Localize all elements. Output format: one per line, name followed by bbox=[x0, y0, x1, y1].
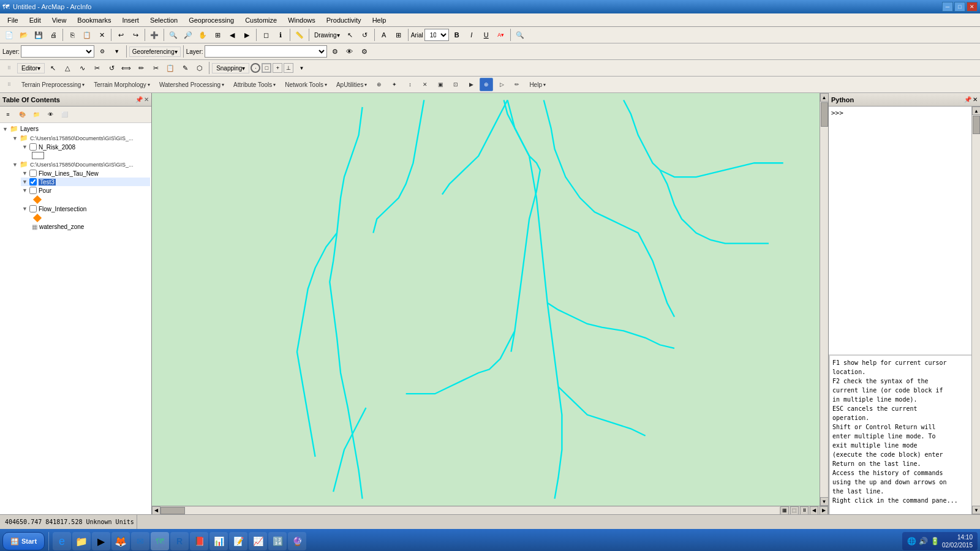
taskbar-r2[interactable]: 🔢 bbox=[268, 532, 287, 550]
new-button[interactable]: 📄 bbox=[2, 28, 16, 42]
hscroll-right-arrow[interactable]: ◀ bbox=[810, 506, 818, 515]
drawing-label[interactable]: Drawing▾ bbox=[312, 31, 342, 40]
minimize-button[interactable]: ─ bbox=[942, 2, 953, 12]
spatial-btn10[interactable]: ✏ bbox=[510, 78, 524, 91]
trace[interactable]: ✏ bbox=[134, 61, 148, 75]
attribute-tools-menu[interactable]: Attribute Tools ▾ bbox=[230, 80, 279, 89]
font-size-select[interactable]: 10 12 bbox=[424, 29, 449, 41]
ap-utilities-menu[interactable]: ApUtilities ▾ bbox=[333, 80, 371, 89]
taskbar-explorer[interactable]: 📁 bbox=[72, 532, 91, 550]
scroll-down-arrow[interactable]: ▼ bbox=[820, 497, 829, 506]
layer2-eye[interactable]: 👁 bbox=[343, 45, 356, 58]
toc-source-view[interactable]: 📁 bbox=[29, 108, 43, 121]
map-canvas[interactable] bbox=[152, 93, 820, 506]
pointer-button[interactable]: ↖ bbox=[344, 28, 357, 42]
forward-button[interactable]: ▶ bbox=[240, 28, 254, 42]
pan-button[interactable]: ✋ bbox=[196, 28, 209, 42]
snap-mid[interactable]: + bbox=[273, 63, 282, 73]
taskbar-outlook[interactable]: ✉ bbox=[131, 532, 149, 550]
watershed-processing-menu[interactable]: Watershed Processing ▾ bbox=[156, 80, 228, 89]
georeferencing-menu[interactable]: Georeferencing▾ bbox=[129, 47, 181, 57]
menu-insert[interactable]: Insert bbox=[117, 15, 144, 25]
taskbar-ie[interactable]: e bbox=[53, 532, 71, 550]
toc-list-view[interactable]: ≡ bbox=[1, 108, 15, 121]
taskbar-other[interactable]: 🔮 bbox=[288, 532, 306, 550]
split[interactable]: ✂ bbox=[90, 61, 104, 75]
menu-bookmarks[interactable]: Bookmarks bbox=[72, 15, 116, 25]
flow-int-checkbox[interactable] bbox=[29, 205, 37, 212]
flowlines-expand[interactable]: ▼ bbox=[22, 170, 28, 176]
toc-layer-pour[interactable]: ▼ Pour bbox=[21, 186, 150, 195]
pour-expand[interactable]: ▼ bbox=[22, 187, 28, 193]
snap-point[interactable]: · bbox=[251, 63, 260, 73]
toc-visibility-view[interactable]: 👁 bbox=[43, 108, 57, 121]
taskbar-ppt[interactable]: 📊 bbox=[209, 532, 228, 550]
help-menu[interactable]: Help ▾ bbox=[526, 80, 549, 89]
terrain-morphology-menu[interactable]: Terrain Morphology ▾ bbox=[90, 80, 154, 89]
open-button[interactable]: 📂 bbox=[17, 28, 31, 42]
folder1-expand[interactable]: ▼ bbox=[12, 135, 18, 141]
menu-help[interactable]: Help bbox=[368, 15, 391, 25]
spatial-active-btn[interactable]: ⊕ bbox=[480, 78, 493, 91]
add-data-button[interactable]: ➕ bbox=[148, 28, 161, 42]
menu-selection[interactable]: Selection bbox=[145, 15, 183, 25]
layer-select[interactable] bbox=[21, 45, 94, 58]
taskbar-firefox[interactable]: 🦊 bbox=[111, 532, 130, 550]
test3-checkbox[interactable] bbox=[29, 178, 37, 186]
toc-layer-test3[interactable]: ▼ Test3 bbox=[21, 178, 150, 186]
edit-tool[interactable]: ↖ bbox=[46, 61, 59, 75]
hscroll-left-arrow[interactable]: ◀ bbox=[152, 506, 160, 515]
menu-edit[interactable]: Edit bbox=[24, 15, 46, 25]
map-hscrollbar[interactable]: ◀ ▦ ⬚ ⏸ ◀ ▶ bbox=[152, 506, 828, 514]
back-button[interactable]: ◀ bbox=[225, 28, 239, 42]
editor-menu[interactable]: Editor▾ bbox=[17, 63, 45, 73]
spatial-btn6[interactable]: ⊡ bbox=[449, 78, 462, 91]
hscroll-layout-btn1[interactable]: ▦ bbox=[780, 506, 789, 515]
scroll-track[interactable] bbox=[820, 102, 829, 497]
toc-layers-root[interactable]: ▼ 📁 Layers bbox=[1, 124, 150, 133]
hscroll-pause-btn[interactable]: ⏸ bbox=[800, 506, 809, 515]
layers-expand-icon[interactable]: ▼ bbox=[2, 126, 8, 132]
toc-layer-nrisk[interactable]: ▼ N_Risk_2008 bbox=[21, 143, 150, 151]
toc-close-button[interactable]: ✕ bbox=[144, 96, 149, 103]
identify-button[interactable]: ℹ bbox=[274, 28, 287, 42]
delete-button[interactable]: ✕ bbox=[95, 28, 108, 42]
close-button[interactable]: ✕ bbox=[967, 2, 978, 12]
layer2-options[interactable]: ⚙ bbox=[328, 45, 342, 58]
menu-view[interactable]: View bbox=[47, 15, 72, 25]
taskbar-spss[interactable]: 📈 bbox=[249, 532, 267, 550]
toc-folder-2[interactable]: ▼ 📁 C:\Users\s175850\Documents\GIS\GIS_.… bbox=[11, 160, 150, 169]
layer2-settings[interactable]: ⚙ bbox=[358, 45, 371, 58]
menu-geoprocessing[interactable]: Geoprocessing bbox=[184, 15, 239, 25]
spatial-btn1[interactable]: ⊕ bbox=[372, 78, 386, 91]
snap-settings[interactable]: ▼ bbox=[295, 61, 308, 75]
tray-time-date[interactable]: 14:10 02/02/2015 bbox=[942, 533, 973, 549]
toc-selection-view[interactable]: ⬜ bbox=[58, 108, 71, 121]
nrisk-expand[interactable]: ▼ bbox=[22, 144, 28, 150]
toc-layer-flow-int[interactable]: ▼ Flow_Intersection bbox=[21, 204, 150, 213]
cut[interactable]: ✂ bbox=[149, 61, 162, 75]
python-scroll-thumb[interactable] bbox=[973, 116, 980, 134]
spatial-btn2[interactable]: ✦ bbox=[388, 78, 401, 91]
snap-end[interactable]: □ bbox=[262, 63, 271, 73]
nrisk-checkbox[interactable] bbox=[29, 143, 37, 151]
menu-windows[interactable]: Windows bbox=[283, 15, 320, 25]
italic-button[interactable]: I bbox=[465, 28, 478, 42]
layer-select-2[interactable] bbox=[205, 45, 327, 58]
redo-button[interactable]: ↪ bbox=[129, 28, 142, 42]
maximize-button[interactable]: □ bbox=[954, 2, 965, 12]
menu-customize[interactable]: Customize bbox=[240, 15, 282, 25]
hscroll-thumb[interactable] bbox=[160, 507, 185, 514]
flowlines-checkbox[interactable] bbox=[29, 170, 37, 177]
snap-perp[interactable]: ⊥ bbox=[284, 63, 293, 73]
topology-btn[interactable]: ⬡ bbox=[193, 61, 206, 75]
toc-layer-flowlines[interactable]: ▼ Flow_Lines_Tau_New bbox=[21, 169, 150, 178]
spatial-btn7[interactable]: ▶ bbox=[464, 78, 478, 91]
search-button[interactable]: 🔍 bbox=[513, 28, 527, 42]
sketch-tool[interactable]: ✎ bbox=[178, 61, 192, 75]
edit-vertices[interactable]: △ bbox=[61, 61, 74, 75]
map-scrollbar[interactable]: ▲ ▼ bbox=[820, 93, 828, 506]
taskbar-notepad[interactable]: 📝 bbox=[229, 532, 247, 550]
python-console[interactable]: >>> bbox=[829, 107, 971, 354]
save-button[interactable]: 💾 bbox=[32, 28, 45, 42]
